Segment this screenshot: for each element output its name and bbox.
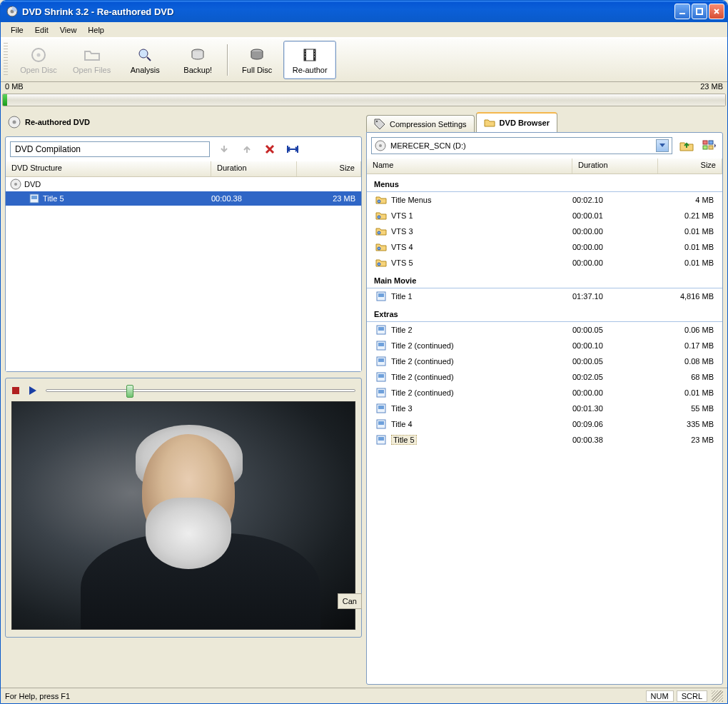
minimize-button[interactable]	[674, 4, 690, 19]
cancel-button[interactable]: Can	[338, 593, 362, 609]
disc-icon	[8, 116, 21, 129]
toolbar-grip[interactable]	[4, 43, 8, 77]
toolbar-separator	[227, 44, 228, 76]
re-author-button[interactable]: Re-author	[283, 41, 336, 79]
svg-point-6	[139, 49, 148, 58]
full-disc-button[interactable]: Full Disc	[231, 41, 283, 79]
svg-point-36	[378, 263, 380, 266]
section-title: Main Movie	[367, 272, 722, 288]
magnifier-icon	[136, 46, 153, 64]
delete-button[interactable]	[261, 141, 278, 157]
analysis-button[interactable]: Analysis	[118, 41, 171, 79]
col-size[interactable]: Size	[297, 161, 361, 176]
svg-rect-14	[305, 56, 305, 57]
resize-grip[interactable]	[712, 690, 723, 702]
browser-row[interactable]: Title 2 (continued)00:02.0568 MB	[367, 369, 722, 385]
browser-row[interactable]: Title 500:00.3823 MB	[367, 432, 722, 448]
app-icon	[6, 6, 18, 17]
browser-row[interactable]: Title 2 (continued)00:00.000.01 MB	[367, 385, 722, 401]
svg-rect-46	[378, 374, 384, 378]
folder-icon	[484, 117, 495, 129]
svg-rect-38	[378, 293, 384, 297]
svg-rect-28	[703, 141, 707, 144]
tag-icon	[374, 119, 385, 130]
structure-tree[interactable]: DVDTitle 500:00.3823 MB	[6, 177, 361, 371]
play-icon[interactable]	[29, 386, 37, 396]
svg-rect-23	[31, 196, 37, 199]
status-scrl: SCRL	[677, 690, 707, 702]
svg-rect-30	[703, 146, 707, 149]
tab-compression[interactable]: Compression Settings	[366, 115, 475, 132]
browser-row[interactable]: Title Menus00:02.104 MB	[367, 192, 722, 208]
col-duration[interactable]: Duration	[572, 159, 658, 174]
section-title: Extras	[367, 306, 722, 322]
status-help: For Help, press F1	[5, 692, 643, 700]
svg-rect-2	[679, 13, 685, 14]
svg-rect-15	[314, 51, 315, 51]
svg-rect-44	[378, 358, 384, 362]
trim-button[interactable]	[284, 141, 301, 157]
col-duration[interactable]: Duration	[211, 161, 297, 176]
open-files-button[interactable]: Open Files	[65, 41, 118, 79]
size-max: 23 MB	[700, 82, 723, 94]
browser-row[interactable]: VTS 400:00.000.01 MB	[367, 239, 722, 255]
browser-row[interactable]: Title 400:09.06335 MB	[367, 416, 722, 432]
size-labels: 0 MB 23 MB	[1, 82, 727, 94]
window-buttons	[674, 4, 724, 19]
browser-row[interactable]: VTS 300:00.000.01 MB	[367, 223, 722, 239]
svg-rect-40	[378, 327, 384, 331]
maximize-button[interactable]	[692, 4, 707, 19]
right-panel: Compression Settings DVD Browser MERECER…	[366, 112, 723, 685]
svg-point-27	[379, 144, 382, 147]
svg-point-19	[13, 121, 16, 124]
titlebar[interactable]: DVD Shrink 3.2 - Re-authored DVD	[1, 1, 727, 22]
svg-point-32	[378, 200, 380, 203]
menu-file[interactable]: File	[5, 24, 29, 36]
chevron-down-icon	[656, 139, 669, 152]
col-structure[interactable]: DVD Structure	[6, 161, 211, 176]
stop-icon[interactable]	[11, 386, 20, 395]
disc-icon	[375, 140, 386, 151]
backup-button[interactable]: Backup!	[171, 41, 224, 79]
left-panel: Re-authored DVD DVD Structure Duration S…	[5, 112, 362, 685]
browser-list[interactable]: MenusTitle Menus00:02.104 MBVTS 100:00.0…	[367, 174, 722, 684]
compilation-name-input[interactable]	[10, 141, 210, 157]
close-button[interactable]	[709, 4, 724, 19]
status-num: NUM	[646, 690, 674, 702]
section-title: Menus	[367, 176, 722, 192]
menu-view[interactable]: View	[54, 24, 83, 36]
move-up-button[interactable]	[238, 141, 256, 157]
preview-slider[interactable]	[46, 384, 355, 397]
svg-rect-50	[378, 406, 384, 409]
svg-rect-16	[314, 54, 315, 54]
svg-rect-42	[378, 343, 384, 346]
svg-rect-24	[12, 387, 19, 394]
preview-image	[11, 401, 355, 630]
browser-row[interactable]: Title 2 (continued)00:00.050.08 MB	[367, 353, 722, 369]
tab-dvd-browser[interactable]: DVD Browser	[476, 112, 557, 132]
up-folder-button[interactable]	[678, 138, 695, 154]
col-size[interactable]: Size	[658, 159, 722, 174]
svg-rect-17	[314, 56, 315, 57]
browser-row[interactable]: Title 200:00.050.06 MB	[367, 322, 722, 338]
col-name[interactable]: Name	[367, 159, 572, 174]
view-icon	[702, 140, 717, 151]
preview-panel: Can	[5, 378, 362, 638]
drive-select[interactable]: MERECER_SCN (D:)	[371, 137, 672, 154]
open-disc-button[interactable]: Open Disc	[12, 41, 65, 79]
browser-row[interactable]: VTS 100:00.010.21 MB	[367, 208, 722, 223]
svg-rect-54	[378, 437, 384, 441]
tree-row[interactable]: DVD	[6, 177, 361, 191]
menu-help[interactable]: Help	[82, 24, 110, 36]
view-options-button[interactable]	[701, 138, 718, 154]
browser-row[interactable]: Title 101:37.104,816 MB	[367, 288, 722, 304]
toolbar: Open Disc Open Files Analysis Backup! Fu…	[1, 38, 727, 82]
browser-row[interactable]: VTS 500:00.000.01 MB	[367, 255, 722, 271]
browser-row[interactable]: Title 2 (continued)00:00.100.17 MB	[367, 338, 722, 353]
tree-row[interactable]: Title 500:00.3823 MB	[6, 191, 361, 206]
main-area: Re-authored DVD DVD Structure Duration S…	[1, 109, 727, 688]
move-down-button[interactable]	[216, 141, 233, 157]
browser-row[interactable]: Title 300:01.3055 MB	[367, 401, 722, 416]
left-header-title: Re-authored DVD	[25, 118, 90, 126]
menu-edit[interactable]: Edit	[29, 24, 54, 36]
